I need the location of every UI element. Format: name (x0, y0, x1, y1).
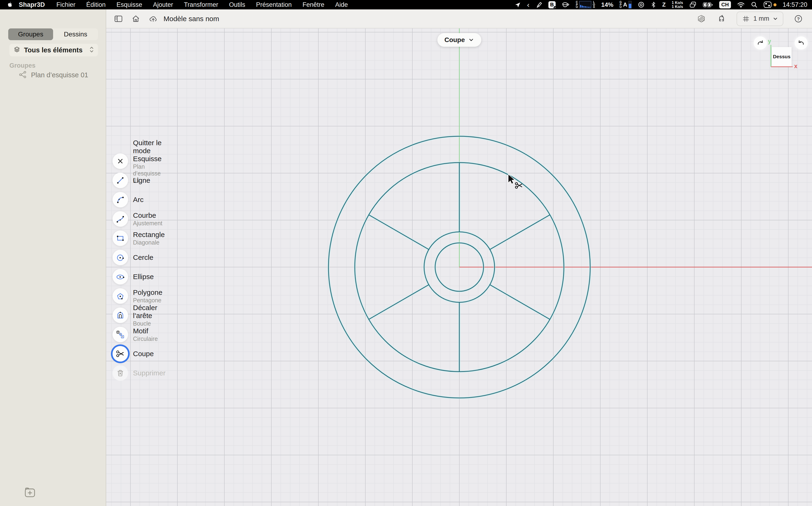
menu-item-presentation[interactable]: Présentation (251, 1, 297, 8)
elements-filter-label: Tous les éléments (24, 46, 86, 54)
tool-label: Polygone (133, 288, 162, 297)
snap-magnet-button[interactable] (716, 14, 727, 24)
tool-label: Rectangle (133, 231, 165, 239)
windows-stack-icon[interactable] (689, 1, 697, 8)
tool-cut[interactable]: Coupe (112, 346, 154, 362)
back-chevron-icon[interactable]: ‹ (527, 1, 530, 8)
cpu-stack-label: C P U (576, 1, 578, 8)
active-tool-dropdown[interactable]: Coupe (437, 33, 481, 47)
help-button[interactable]: ? (793, 14, 804, 24)
grid-size-dropdown[interactable]: 1 mm (737, 11, 784, 26)
scissors-icon[interactable] (112, 346, 128, 361)
marker-icon[interactable] (536, 1, 542, 8)
bluetooth-icon[interactable] (651, 1, 656, 8)
sketch-spoke[interactable] (369, 285, 429, 320)
add-folder-button[interactable] (22, 486, 37, 499)
curve-icon[interactable] (112, 211, 128, 227)
wifi-icon[interactable] (737, 2, 745, 8)
tool-ellipse[interactable]: Ellipse (112, 268, 154, 285)
trash-icon (112, 365, 128, 381)
menu-clock[interactable]: 14:57:20 (783, 1, 807, 8)
z-menu-icon[interactable]: Z (662, 1, 666, 8)
tab-dessins[interactable]: Dessins (53, 28, 98, 40)
load-stack-label: L O A (593, 1, 595, 8)
tool-label: Cercle (133, 253, 153, 261)
sketch-spoke[interactable] (490, 215, 550, 250)
tool-line[interactable]: Ligne (112, 172, 150, 189)
viewcube-face[interactable]: Dessus (772, 47, 792, 66)
document-title[interactable]: Modèle sans nom (164, 15, 219, 23)
tool-quit-sketch[interactable]: Quitter le mode EsquissePlan d’esquisse … (112, 153, 162, 169)
close-icon[interactable] (112, 153, 128, 169)
menu-item-ajouter[interactable]: Ajouter (148, 1, 178, 8)
cup-icon[interactable] (562, 2, 570, 8)
location-icon[interactable] (514, 2, 521, 8)
menu-item-outils[interactable]: Outils (224, 1, 251, 8)
menu-app-name[interactable]: Shapr3D (13, 1, 51, 8)
menu-extra-icon[interactable] (763, 1, 777, 8)
active-tool-label: Coupe (444, 36, 465, 44)
pattern-icon[interactable] (112, 327, 128, 342)
sidebar-item-label: Plan d’esquisse 01 (31, 71, 88, 79)
menu-item-esquisse[interactable]: Esquisse (111, 1, 148, 8)
tool-arc[interactable]: Arc (112, 191, 144, 208)
cpu-percent: 14% (601, 1, 614, 8)
menu-item-fichier[interactable]: Fichier (51, 1, 81, 8)
tool-offset-edge[interactable]: Décaler l’arêteBoucle (112, 307, 157, 324)
cloud-sync-button[interactable] (148, 14, 158, 24)
tool-sublabel: Diagonale (133, 239, 165, 246)
input-source-badge[interactable]: CH (719, 1, 731, 8)
tool-label: Quitter le mode Esquisse (133, 139, 162, 163)
sketch-spoke[interactable] (490, 285, 550, 320)
sidebar-item-sketch-plan[interactable]: Plan d’esquisse 01 (18, 70, 88, 80)
offset-edge-icon[interactable] (112, 308, 128, 323)
menu-item-aide[interactable]: Aide (330, 1, 353, 8)
gpu-usage-bar (629, 1, 632, 8)
polygon-icon[interactable] (112, 288, 128, 304)
spotlight-search-icon[interactable] (751, 1, 757, 8)
b-app-badge[interactable]: B ✓ (548, 1, 556, 8)
layers-icon (13, 46, 21, 54)
wheel-sketch[interactable] (106, 28, 812, 506)
tab-dessins-label: Dessins (64, 30, 87, 38)
home-button[interactable] (131, 14, 141, 24)
toggle-sidebar-button[interactable] (113, 14, 124, 24)
tool-polygon[interactable]: PolygonePentagone (112, 288, 162, 304)
section-view-button[interactable] (696, 14, 707, 24)
elements-filter-dropdown[interactable]: Tous les éléments (9, 44, 98, 56)
tab-groupes[interactable]: Groupes (8, 28, 53, 40)
screen-mirroring-icon[interactable] (638, 1, 645, 8)
arc-icon[interactable] (112, 192, 128, 207)
status-dot (774, 3, 777, 6)
tool-sublabel: Pentagone (133, 297, 162, 304)
sketch-canvas[interactable]: Coupe y Dessus x Quitter le mode Esquiss… (106, 28, 812, 506)
viewcube-x-label: x (794, 63, 797, 70)
toolbar-right-group: 1 mm ? (696, 11, 812, 26)
tool-label: Ligne (133, 176, 150, 184)
menu-item-edition[interactable]: Édition (81, 1, 111, 8)
ellipse-icon[interactable] (112, 269, 128, 284)
tool-circle[interactable]: Cercle (112, 249, 153, 266)
rectangle-icon[interactable] (112, 231, 128, 246)
menu-item-fenetre[interactable]: Fenêtre (297, 1, 330, 8)
cpu-monitor[interactable]: C P U L O A (576, 1, 595, 8)
tool-delete: Supprimer (112, 365, 165, 381)
tool-label: Coupe (133, 350, 154, 358)
tool-pattern[interactable]: MotifCirculaire (112, 326, 158, 343)
tool-curve[interactable]: CourbeAjustement (112, 211, 162, 227)
line-icon[interactable] (112, 173, 128, 188)
circle-icon[interactable] (112, 250, 128, 265)
gpu-stack-label: G P U (620, 1, 622, 8)
gpu-letter: A (623, 1, 627, 8)
viewcube-face-label: Dessus (773, 54, 791, 60)
network-speeds[interactable]: 1 Ko/s 1 Ko/s (672, 1, 683, 9)
sketch-spoke[interactable] (369, 215, 429, 250)
tool-rectangle[interactable]: RectangleDiagonale (112, 230, 165, 246)
menu-item-transformer[interactable]: Transformer (178, 1, 224, 8)
gpu-monitor[interactable]: G P U A (620, 1, 632, 8)
rotate-ccw-button[interactable] (795, 36, 808, 50)
battery-icon[interactable] (703, 2, 713, 8)
viewcube-y-label: y (768, 38, 771, 45)
apple-menu-icon[interactable] (7, 1, 13, 8)
rotate-cw-button[interactable] (754, 36, 767, 50)
